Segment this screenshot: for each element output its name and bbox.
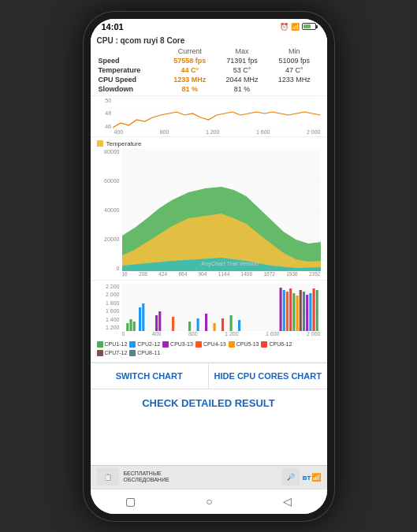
bottom-nav: ▢ ○ ◁: [91, 489, 327, 514]
svg-rect-32: [229, 315, 232, 331]
svg-rect-45: [315, 290, 318, 331]
cpu-title: CPU : qcom ruyi 8 Core: [97, 36, 321, 45]
col-current: Current: [164, 47, 216, 56]
legend-item: CPU2-12: [129, 341, 160, 348]
legend-label: CPU8-11: [137, 350, 160, 355]
legend-label: CPU7-12: [105, 350, 128, 355]
legend-label: CPU4-13: [203, 341, 226, 347]
watermark-text: AnyChart Trial Version: [201, 261, 259, 267]
ad-thumb: 📋: [97, 468, 119, 485]
legend-item: CPU1-12: [97, 341, 128, 348]
cores-legend: CPU1-12CPU2-12CPU3-13CPU4-13CPU5-13CPU6-…: [97, 339, 321, 359]
mini-chart-section: 50 48 46 400 800: [91, 96, 327, 137]
phone-frame: 14:01 ⏰ 📶 CPU : qcom ruyi 8 Core: [83, 11, 335, 522]
svg-rect-33: [238, 320, 240, 331]
svg-rect-20: [129, 319, 132, 331]
main-chart-wrapper: 80000 60000 40000 20000 0: [97, 149, 321, 271]
content-area[interactable]: CPU : qcom ruyi 8 Core Current Max Min S…: [91, 33, 327, 465]
svg-rect-42: [306, 295, 308, 331]
ad-right: 🔎 BT📶: [282, 468, 321, 485]
battery-fill: [303, 24, 311, 28]
svg-rect-21: [132, 322, 135, 331]
svg-rect-19: [126, 323, 128, 331]
legend-label: CPU2-12: [137, 341, 160, 347]
svg-rect-38: [292, 293, 295, 331]
legend-item: CPU8-11: [129, 350, 160, 356]
temp-legend-label: Temperature: [106, 140, 142, 147]
check-detailed-row: CHECK DETAILED RESULT: [91, 389, 327, 416]
svg-rect-28: [196, 318, 199, 331]
battery-icon: [302, 23, 316, 30]
legend-label: CPU3-13: [170, 341, 193, 347]
svg-rect-27: [188, 322, 191, 331]
legend-color: [261, 341, 267, 348]
legend-color: [129, 350, 136, 356]
svg-rect-43: [309, 293, 311, 331]
svg-rect-34: [279, 288, 281, 331]
cores-x-labels: 0 400 800 1 200 1 600 2 000: [97, 331, 321, 337]
table-row: CPU Speed 1233 MHz 2044 MHz 1233 MHz: [97, 75, 321, 84]
cores-chart-svg: [122, 284, 321, 331]
status-icons: ⏰ 📶: [280, 23, 316, 31]
svg-rect-35: [282, 290, 285, 331]
temp-x-labels: 16 208 424 664 904 1144 1408 1672 1936 2…: [97, 271, 321, 277]
svg-rect-25: [158, 311, 161, 331]
cores-chart-wrapper: 2 200 2 000 1 800 1 600 1 400 1 200: [97, 284, 321, 331]
svg-rect-22: [139, 307, 141, 331]
svg-rect-29: [205, 314, 207, 331]
nav-back-button[interactable]: ▢: [117, 493, 143, 509]
table-row: Temperature 44 C° 53 C° 47 C°: [97, 65, 321, 75]
mini-x-labels: 400 800 1 200 1 600 2 000: [97, 129, 321, 135]
hide-cpu-cores-button[interactable]: HIDE CPU CORES CHART: [209, 363, 327, 389]
legend-color: [97, 341, 103, 348]
nav-recents-button[interactable]: ◁: [275, 493, 300, 509]
svg-rect-37: [289, 288, 292, 331]
legend-label: CPU1-12: [105, 341, 128, 347]
ad-logo: BT📶: [303, 473, 321, 482]
legend-color: [229, 341, 235, 348]
ad-banner[interactable]: 📋 БЕСПЛАТНЫЕ ОБСЛЕДОВАНИЕ 🔎 BT📶: [91, 465, 327, 489]
mini-chart-svg: [113, 98, 320, 129]
table-row: Speed 57558 fps 71391 fps 51009 fps: [97, 56, 321, 65]
legend-color: [162, 341, 169, 348]
legend-item: CPU7-12: [97, 350, 128, 356]
svg-rect-31: [222, 318, 224, 331]
ad-text: БЕСПЛАТНЫЕ ОБСЛЕДОВАНИЕ: [124, 471, 169, 484]
ad-left: 📋 БЕСПЛАТНЫЕ ОБСЛЕДОВАНИЕ: [97, 468, 169, 485]
svg-rect-44: [312, 288, 315, 331]
mini-y-labels: 50 48 46: [97, 98, 114, 129]
status-time: 14:01: [102, 22, 124, 32]
alarm-icon: ⏰: [280, 23, 289, 31]
stats-table: Current Max Min Speed 57558 fps 71391 fp…: [97, 47, 321, 94]
legend-label: CPU6-12: [269, 341, 292, 347]
wifi-icon: 📶: [291, 23, 300, 31]
cpu-header: CPU : qcom ruyi 8 Core Current Max Min S…: [91, 33, 327, 96]
legend-color: [129, 341, 136, 348]
svg-rect-39: [296, 296, 298, 331]
main-chart-container: AnyChart Trial Version: [122, 149, 321, 271]
svg-rect-40: [299, 290, 301, 331]
cores-y-labels: 2 200 2 000 1 800 1 600 1 400 1 200: [97, 284, 122, 331]
svg-rect-24: [155, 315, 158, 331]
svg-rect-23: [142, 303, 144, 331]
legend-item: CPU6-12: [261, 341, 292, 348]
main-chart-svg: AnyChart Trial Version: [122, 149, 321, 271]
chart-buttons-row: SWITCH CHART HIDE CPU CORES CHART: [91, 363, 327, 389]
legend-item: CPU3-13: [162, 341, 193, 348]
nav-home-button[interactable]: ○: [198, 493, 220, 509]
svg-rect-41: [302, 292, 304, 331]
col-max: Max: [216, 47, 268, 56]
switch-chart-button[interactable]: SWITCH CHART: [91, 363, 210, 389]
legend-item: CPU4-13: [195, 341, 226, 348]
check-detailed-button[interactable]: CHECK DETAILED RESULT: [97, 397, 321, 409]
table-row: Slowdown 81 % 81 %: [97, 84, 321, 94]
ad-icon: 🔎: [282, 468, 300, 485]
svg-rect-26: [172, 317, 174, 331]
legend-label: CPU5-13: [236, 341, 259, 347]
svg-rect-30: [213, 323, 215, 331]
cores-chart-area: 2 200 2 000 1 800 1 600 1 400 1 200: [91, 281, 327, 363]
temp-y-labels: 80000 60000 40000 20000 0: [97, 149, 122, 271]
temp-legend-dot: [97, 140, 103, 147]
status-bar: 14:01 ⏰ 📶: [91, 19, 327, 33]
legend-color: [97, 350, 103, 356]
